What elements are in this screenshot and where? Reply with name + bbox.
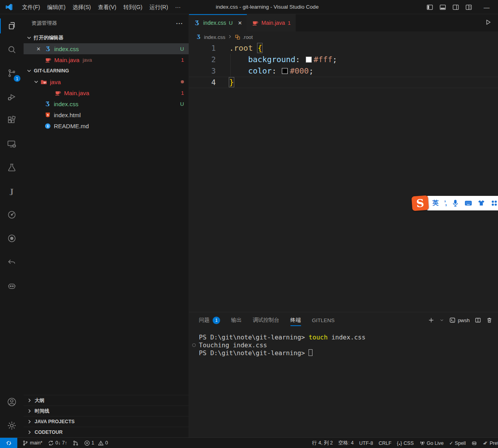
kill-terminal-trash-icon[interactable] [486, 317, 492, 323]
sogou-logo-icon[interactable]: S [412, 195, 429, 211]
panel-tab-debug-console[interactable]: 调试控制台 [253, 312, 279, 328]
run-file-button[interactable] [478, 18, 498, 28]
toolbox-grid-icon[interactable] [491, 199, 498, 207]
tree-item-readme[interactable]: i README.md [24, 120, 189, 131]
css-file-icon: Ʒ [196, 34, 202, 40]
menu-file[interactable]: 文件(F) [18, 0, 44, 14]
ime-language-mode[interactable]: 英 [432, 199, 439, 207]
encoding-item[interactable]: UTF-8 [357, 438, 376, 448]
menu-overflow[interactable]: ··· [172, 0, 184, 14]
panel-tab-gitlens[interactable]: GITLENS [312, 312, 335, 328]
menu-view[interactable]: 查看(V) [94, 0, 120, 14]
workspace-label: GIT-LEARNING [34, 68, 69, 74]
activity-bar: 1 J [0, 14, 24, 437]
css-file-icon: Ʒ [45, 46, 51, 52]
panel-tab-terminal[interactable]: 终端 [290, 312, 301, 328]
toggle-panel-icon[interactable] [439, 4, 446, 11]
eol-item[interactable]: CRLF [376, 438, 394, 448]
spell-checker-item[interactable]: ✓ Spell [447, 438, 469, 448]
java-file-icon [55, 90, 61, 96]
minimize-button[interactable]: — [480, 0, 493, 14]
open-editor-item-mainjava[interactable]: Main.java java 1 [24, 54, 189, 65]
terminal-instance-pwsh[interactable]: pwsh [449, 317, 470, 323]
toggle-sidebar-icon[interactable] [426, 4, 433, 11]
cursor-position-item[interactable]: 行 4, 列 2 [309, 438, 336, 448]
skin-shirt-icon[interactable] [478, 199, 485, 207]
tab-mainjava[interactable]: Main.java 1 [247, 14, 296, 31]
open-editor-item-indexcss[interactable]: ✕ Ʒ index.css U [24, 43, 189, 54]
prettier-item[interactable]: ✓✓ Prettier [480, 438, 498, 448]
search-icon[interactable] [0, 38, 24, 61]
keyboard-icon[interactable] [465, 199, 472, 207]
status-right: 行 4, 列 2 空格: 4 UTF-8 CRLF {} CSS Go Live… [309, 438, 498, 448]
record-icon[interactable] [0, 227, 24, 250]
sidebar-actions-icon[interactable]: ··· [176, 20, 183, 27]
problems-item[interactable]: 1 0 [81, 438, 111, 448]
workspace-header[interactable]: GIT-LEARNING [24, 65, 189, 76]
account-icon[interactable] [0, 390, 24, 414]
customize-layout-icon[interactable] [465, 4, 472, 11]
codetour-icon[interactable] [0, 250, 24, 274]
menu-run[interactable]: 运行(R) [146, 0, 171, 14]
toggle-secondary-sidebar-icon[interactable] [452, 4, 459, 11]
terminal-output[interactable]: PS D:\git\note\git-learning> touch index… [189, 328, 498, 437]
css-file-icon: Ʒ [44, 101, 51, 107]
color-swatch-black[interactable] [282, 68, 288, 74]
code-editor[interactable]: 1 .root { 2 background: #fff; 3 color: #… [189, 42, 498, 312]
ai-assistant-icon[interactable] [0, 274, 24, 297]
layout-controls [426, 0, 472, 14]
line-number: 3 [189, 65, 216, 77]
new-terminal-icon[interactable] [428, 317, 434, 323]
menu-selection[interactable]: 选择(S) [69, 0, 95, 14]
tree-item-indexcss[interactable]: Ʒ index.css U [24, 98, 189, 109]
language-mode-item[interactable]: {} CSS [394, 438, 417, 448]
go-live-item[interactable]: Go Live [417, 438, 447, 448]
menu-edit[interactable]: 编辑(E) [44, 0, 69, 14]
run-debug-icon[interactable] [0, 85, 24, 109]
panel-tab-problems[interactable]: 问题 1 [199, 312, 220, 328]
error-icon [84, 440, 90, 446]
close-icon[interactable]: ✕ [238, 20, 242, 26]
open-editors-header[interactable]: 打开的编辑器 [24, 32, 189, 43]
tab-indexcss[interactable]: Ʒ index.css U ✕ [189, 14, 247, 31]
copilot-robot-item[interactable] [469, 438, 480, 448]
remote-indicator[interactable] [0, 438, 17, 448]
tree-item-mainjava[interactable]: Main.java 1 [24, 87, 189, 98]
explorer-icon[interactable] [0, 14, 24, 38]
eol: CRLF [379, 441, 391, 446]
panel-tab-output[interactable]: 输出 [231, 312, 242, 328]
microphone-icon[interactable] [452, 199, 459, 207]
split-terminal-icon[interactable] [475, 317, 481, 323]
java-extension-icon[interactable]: J [0, 179, 24, 203]
file-name: index.css [54, 46, 180, 52]
section-codetour[interactable]: CODETOUR [24, 427, 189, 437]
source-control-icon[interactable]: 1 [0, 61, 24, 85]
command-decoration-icon[interactable] [192, 343, 196, 347]
section-timeline[interactable]: 时间线 [24, 406, 189, 416]
breadcrumb-file[interactable]: index.css [204, 34, 225, 40]
breadcrumb-symbol[interactable]: .root [243, 34, 253, 40]
testing-icon[interactable] [0, 156, 24, 179]
tree-item-indexhtml[interactable]: 5 index.html [24, 109, 189, 120]
indentation-item[interactable]: 空格: 4 [336, 438, 357, 448]
language-label: CSS [404, 441, 414, 446]
git-branch-item[interactable]: main* [20, 438, 45, 448]
extensions-icon[interactable] [0, 109, 24, 132]
ime-punctuation-icon[interactable]: ’, [444, 200, 446, 207]
settings-gear-icon[interactable] [0, 414, 24, 437]
close-icon[interactable]: ✕ [35, 46, 42, 52]
terminal-dropdown-icon[interactable] [439, 317, 444, 323]
section-outline[interactable]: 大纲 [24, 395, 189, 406]
chevron-right-icon [227, 34, 233, 41]
gitlens-icon [73, 440, 79, 446]
menu-go[interactable]: 转到(G) [120, 0, 146, 14]
tree-item-java-folder[interactable]: java [24, 76, 189, 87]
gitlens-item[interactable] [70, 438, 81, 448]
folder-problems-dot [181, 80, 184, 83]
git-sync-item[interactable]: 0↓ 7↑ [45, 438, 70, 448]
color-swatch-white[interactable] [306, 57, 312, 63]
gradle-icon[interactable] [0, 203, 24, 227]
section-java-projects[interactable]: JAVA PROJECTS [24, 416, 189, 427]
remote-explorer-icon[interactable] [0, 132, 24, 156]
panel-tab-label: 问题 [199, 317, 209, 324]
